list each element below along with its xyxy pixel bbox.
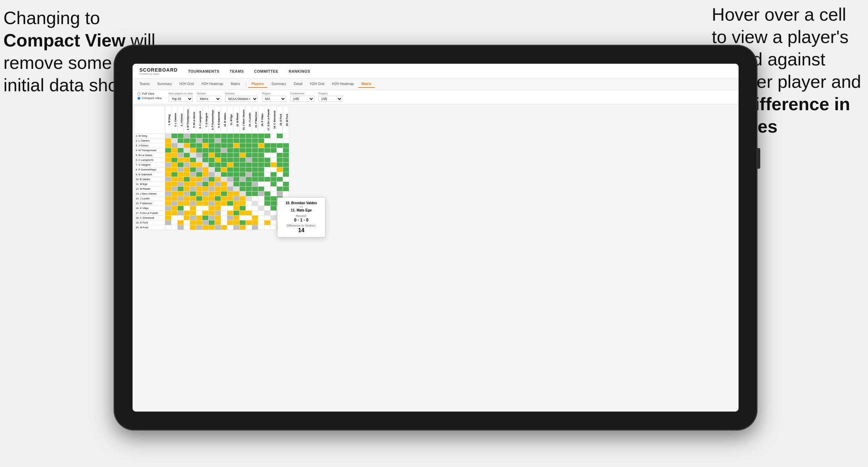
matrix-cell-r9-c1[interactable]	[171, 177, 178, 182]
matrix-cell-r11-c0[interactable]	[165, 187, 171, 191]
matrix-cell-r0-c6[interactable]	[202, 134, 209, 138]
tab-h2h-heatmap-left[interactable]: H2H Heatmap	[198, 81, 227, 88]
matrix-cell-r7-c2[interactable]	[178, 167, 184, 172]
matrix-cell-r17-c15[interactable]	[258, 216, 264, 220]
matrix-cell-r14-c0[interactable]	[165, 201, 171, 206]
matrix-cell-r14-c1[interactable]	[171, 201, 178, 206]
matrix-cell-r16-c16[interactable]	[264, 211, 271, 216]
matrix-cell-r4-c6[interactable]	[202, 153, 209, 158]
matrix-cell-r11-c4[interactable]	[190, 187, 196, 191]
matrix-cell-r2-c9[interactable]	[221, 143, 227, 148]
matrix-cell-r1-c3[interactable]	[184, 138, 190, 143]
tab-h2h-heatmap-right[interactable]: H2H Heatmap	[328, 81, 357, 88]
matrix-cell-r18-c10[interactable]	[227, 220, 233, 225]
matrix-cell-r13-c15[interactable]	[258, 196, 264, 201]
matrix-cell-r19-c7[interactable]	[209, 225, 215, 230]
nav-committee[interactable]: COMMITTEE	[254, 68, 279, 75]
matrix-cell-r8-c12[interactable]	[240, 172, 246, 177]
matrix-cell-r9-c2[interactable]	[178, 177, 184, 182]
matrix-cell-r11-c9[interactable]	[221, 187, 227, 191]
matrix-cell-r0-c4[interactable]	[190, 134, 196, 138]
matrix-cell-r3-c12[interactable]	[240, 148, 246, 153]
matrix-cell-r19-c8[interactable]	[215, 225, 221, 230]
matrix-cell-r5-c14[interactable]	[252, 158, 258, 163]
matrix-cell-r4-c9[interactable]	[221, 153, 227, 158]
matrix-cell-r7-c12[interactable]	[240, 167, 246, 172]
matrix-cell-r0-c15[interactable]	[258, 134, 264, 138]
matrix-cell-r10-c8[interactable]	[215, 182, 221, 187]
matrix-cell-r4-c14[interactable]	[252, 153, 258, 158]
matrix-cell-r14-c4[interactable]	[190, 201, 196, 206]
matrix-cell-r4-c1[interactable]	[171, 153, 178, 158]
matrix-cell-r3-c17[interactable]	[271, 148, 277, 153]
matrix-cell-r15-c4[interactable]	[190, 206, 196, 211]
matrix-cell-r10-c0[interactable]	[165, 182, 171, 187]
matrix-cell-r10-c15[interactable]	[258, 182, 264, 187]
matrix-cell-r8-c18[interactable]	[277, 172, 283, 177]
tab-h2h-grid-right[interactable]: H2H Grid	[307, 81, 328, 88]
matrix-cell-r2-c14[interactable]	[252, 143, 258, 148]
matrix-cell-r17-c16[interactable]	[264, 216, 271, 220]
matrix-cell-r15-c0[interactable]	[165, 206, 171, 211]
matrix-cell-r13-c0[interactable]	[165, 196, 171, 201]
matrix-cell-r10-c13[interactable]	[246, 182, 252, 187]
matrix-cell-r17-c14[interactable]	[252, 216, 258, 220]
matrix-cell-r19-c3[interactable]	[184, 225, 190, 230]
matrix-cell-r2-c19[interactable]	[283, 143, 289, 148]
matrix-cell-r16-c15[interactable]	[258, 211, 264, 216]
matrix-cell-r8-c11[interactable]	[233, 172, 240, 177]
matrix-cell-r3-c18[interactable]	[277, 148, 283, 153]
matrix-cell-r4-c19[interactable]	[283, 153, 289, 158]
matrix-cell-r15-c3[interactable]	[184, 206, 190, 211]
matrix-cell-r18-c2[interactable]	[178, 220, 184, 225]
matrix-cell-r2-c17[interactable]	[271, 143, 277, 148]
matrix-cell-r15-c8[interactable]	[215, 206, 221, 211]
matrix-cell-r11-c17[interactable]	[271, 187, 277, 191]
matrix-cell-r11-c19[interactable]	[283, 187, 289, 191]
matrix-cell-r17-c0[interactable]	[165, 216, 171, 220]
matrix-cell-r9-c9[interactable]	[221, 177, 227, 182]
matrix-cell-r18-c0[interactable]	[165, 220, 171, 225]
matrix-cell-r12-c19[interactable]	[283, 191, 289, 196]
matrix-cell-r4-c15[interactable]	[258, 153, 264, 158]
matrix-cell-r10-c7[interactable]	[209, 182, 215, 187]
matrix-cell-r17-c9[interactable]	[221, 216, 227, 220]
matrix-cell-r3-c11[interactable]	[233, 148, 240, 153]
matrix-cell-r11-c3[interactable]	[184, 187, 190, 191]
matrix-cell-r5-c4[interactable]	[190, 158, 196, 163]
matrix-cell-r11-c15[interactable]	[258, 187, 264, 191]
tab-h2h-grid-left[interactable]: H2H Grid	[176, 81, 197, 88]
matrix-cell-r9-c5[interactable]	[196, 177, 202, 182]
matrix-cell-r3-c3[interactable]	[184, 148, 190, 153]
matrix-cell-r2-c10[interactable]	[227, 143, 233, 148]
matrix-cell-r16-c7[interactable]	[209, 211, 215, 216]
matrix-cell-r18-c12[interactable]	[240, 220, 246, 225]
matrix-cell-r1-c5[interactable]	[196, 138, 202, 143]
matrix-cell-r11-c5[interactable]	[196, 187, 202, 191]
matrix-cell-r19-c9[interactable]	[221, 225, 227, 230]
matrix-cell-r10-c10[interactable]	[227, 182, 233, 187]
matrix-cell-r9-c10[interactable]	[227, 177, 233, 182]
matrix-cell-r15-c6[interactable]	[202, 206, 209, 211]
compact-view-label[interactable]: Compact View	[137, 96, 162, 100]
matrix-cell-r14-c10[interactable]	[227, 201, 233, 206]
matrix-cell-r6-c1[interactable]	[171, 163, 178, 167]
matrix-cell-r11-c12[interactable]	[240, 187, 246, 191]
matrix-cell-r2-c11[interactable]	[233, 143, 240, 148]
matrix-cell-r2-c18[interactable]	[277, 143, 283, 148]
matrix-cell-r3-c16[interactable]	[264, 148, 271, 153]
matrix-cell-r10-c1[interactable]	[171, 182, 178, 187]
matrix-cell-r13-c10[interactable]	[227, 196, 233, 201]
matrix-cell-r6-c4[interactable]	[190, 163, 196, 167]
matrix-cell-r6-c9[interactable]	[221, 163, 227, 167]
matrix-cell-r2-c0[interactable]	[165, 143, 171, 148]
matrix-cell-r16-c0[interactable]	[165, 211, 171, 216]
matrix-cell-r6-c10[interactable]	[227, 163, 233, 167]
tab-teams[interactable]: Teams	[136, 81, 153, 88]
matrix-cell-r19-c11[interactable]	[233, 225, 240, 230]
matrix-cell-r3-c19[interactable]	[283, 148, 289, 153]
matrix-cell-r9-c12[interactable]	[240, 177, 246, 182]
matrix-cell-r7-c3[interactable]	[184, 167, 190, 172]
tab-detail[interactable]: Detail	[290, 81, 306, 88]
matrix-cell-r12-c4[interactable]	[190, 191, 196, 196]
